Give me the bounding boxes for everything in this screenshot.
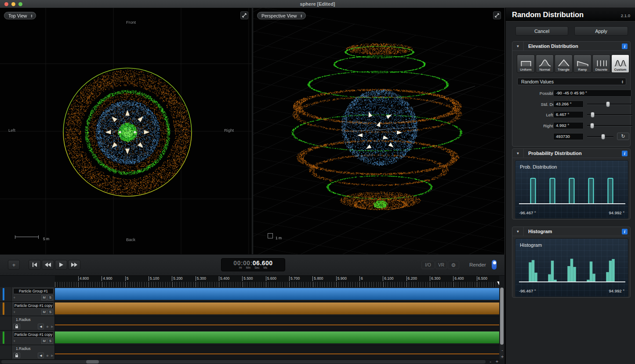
field-slider[interactable]: [587, 112, 632, 118]
track-name[interactable]: Particle Group #1 copy: [13, 303, 54, 309]
distribution-type-custom-button[interactable]: Custom: [611, 54, 629, 73]
fast-forward-button[interactable]: [68, 260, 80, 270]
expand-track-button[interactable]: +: [13, 339, 15, 344]
track-clip-bar[interactable]: [55, 288, 499, 300]
vertical-zoom-out-button[interactable]: -: [500, 348, 505, 353]
zoom-window-button[interactable]: [18, 2, 22, 6]
collapse-triangle-icon[interactable]: ▼: [512, 149, 524, 158]
panel-title: Random Distribution: [512, 11, 584, 19]
top-view-selector[interactable]: Top View ▲▼: [4, 12, 36, 19]
discrete-curve-icon: [595, 59, 608, 67]
field-slider[interactable]: [587, 101, 632, 107]
mute-button[interactable]: M: [41, 310, 47, 315]
playhead[interactable]: [497, 281, 499, 287]
io-button[interactable]: I/O: [421, 261, 435, 269]
field-input[interactable]: 493730: [553, 133, 584, 140]
distribution-type-uniform-button[interactable]: Uniform: [517, 54, 535, 73]
track-name[interactable]: Particle Group #1 copy: [13, 332, 54, 338]
distribution-type-discrete-button[interactable]: Discrete: [592, 54, 610, 73]
custom-curve-icon: [614, 59, 627, 67]
previous-keyframe-button[interactable]: ◀: [38, 324, 44, 329]
perspective-canvas[interactable]: [253, 8, 504, 254]
settings-button[interactable]: ⚙: [448, 261, 459, 269]
field-slider[interactable]: [587, 123, 632, 129]
horizontal-zoom-out-button[interactable]: -: [488, 359, 493, 364]
distribution-type-normal-button[interactable]: Normal: [536, 54, 554, 73]
info-icon[interactable]: i: [622, 151, 628, 156]
apply-button[interactable]: Apply: [574, 26, 628, 36]
collapse-triangle-icon[interactable]: ▼: [512, 227, 524, 236]
lock-button[interactable]: [13, 324, 20, 329]
rewind-button[interactable]: [42, 260, 54, 270]
horizontal-scrollbar[interactable]: [1, 360, 486, 364]
lock-button[interactable]: [13, 353, 20, 358]
solo-button[interactable]: S: [47, 339, 53, 344]
collapse-triangle-icon[interactable]: ▼: [512, 42, 524, 51]
parameter-curve[interactable]: [55, 353, 499, 354]
render-toggle[interactable]: [491, 259, 497, 270]
next-keyframe-button[interactable]: ▶: [49, 324, 55, 329]
field-input[interactable]: 6.467 °: [553, 111, 584, 118]
solo-button[interactable]: S: [47, 295, 53, 300]
slider-thumb[interactable]: [591, 112, 595, 118]
timeline-ruler[interactable]: 4.8004.90055.1005.2005.3005.4005.5005.60…: [55, 276, 499, 287]
info-icon[interactable]: i: [622, 43, 628, 49]
expand-track-button[interactable]: +: [13, 310, 15, 315]
track-header[interactable]: Particle Group #1+MS: [0, 287, 55, 302]
field-slider[interactable]: [587, 133, 613, 140]
solo-button[interactable]: S: [47, 310, 53, 315]
close-window-button[interactable]: [4, 2, 8, 6]
expand-viewport-button[interactable]: [240, 11, 248, 19]
refresh-seed-button[interactable]: ↻: [617, 133, 629, 140]
track-header[interactable]: 1.Radius◀◆▶: [0, 345, 55, 360]
horizontal-zoom-in-button[interactable]: +: [494, 359, 500, 364]
timeline-lane-curve[interactable]: [55, 316, 499, 331]
info-icon[interactable]: i: [622, 229, 628, 234]
mute-button[interactable]: M: [41, 295, 47, 300]
mute-button[interactable]: M: [41, 339, 47, 344]
play-button[interactable]: [55, 260, 67, 270]
timeline-lane-curve[interactable]: [55, 345, 499, 360]
add-button[interactable]: +: [8, 260, 20, 270]
cancel-button[interactable]: Cancel: [515, 26, 568, 36]
minimize-window-button[interactable]: [11, 2, 15, 6]
field-input[interactable]: 43.266 °: [553, 101, 584, 108]
horizontal-scrollbar-thumb[interactable]: [86, 360, 99, 364]
field-input[interactable]: -90 -45 0 45 90 °: [553, 90, 631, 97]
expand-viewport-button[interactable]: [493, 11, 501, 19]
timeline-lane-bar[interactable]: [55, 287, 499, 302]
perspective-view-selector[interactable]: Perspective View ▲▼: [257, 12, 306, 19]
track-name[interactable]: Particle Group #1: [13, 288, 54, 294]
slider-thumb[interactable]: [601, 134, 605, 140]
values-mode-dropdown[interactable]: Random Values ▲▼: [517, 78, 626, 85]
skip-to-start-button[interactable]: [29, 260, 41, 270]
vertical-scrollbar-thumb[interactable]: [500, 288, 504, 345]
vertical-zoom-in-button[interactable]: +: [500, 354, 505, 360]
section-header[interactable]: ▼ Histogram i: [512, 227, 630, 236]
top-view-canvas[interactable]: [0, 8, 252, 254]
section-header[interactable]: ▼ Probability Distribution i: [512, 149, 630, 158]
expand-track-button[interactable]: +: [13, 295, 15, 300]
time-display[interactable]: 00:00:06.600 HrMinSecMs: [221, 258, 285, 271]
track-clip-bar[interactable]: [55, 332, 499, 343]
slider-thumb[interactable]: [590, 123, 594, 129]
previous-keyframe-button[interactable]: ◀: [38, 353, 44, 358]
parameter-name[interactable]: 1.Radius: [16, 346, 31, 351]
timeline-lane-bar[interactable]: [55, 331, 499, 345]
track-header[interactable]: Particle Group #1 copy+MS: [0, 302, 55, 316]
slider-thumb[interactable]: [606, 101, 610, 107]
vr-button[interactable]: VR: [435, 261, 447, 269]
distribution-type-triangle-button[interactable]: Triangle: [555, 54, 573, 73]
distribution-type-ramp-button[interactable]: Ramp: [573, 54, 591, 73]
timeline-lane-bar[interactable]: [55, 302, 499, 316]
perspective-view-selector-value: Perspective View: [261, 13, 297, 18]
track-header[interactable]: 1.Radius◀◆▶: [0, 316, 55, 331]
track-header[interactable]: Particle Group #1 copy+MS: [0, 331, 55, 345]
current-time: 00:00:06.600: [221, 259, 285, 267]
field-input[interactable]: 4.992 °: [553, 122, 584, 129]
section-header[interactable]: ▼ Elevation Distribution i: [512, 42, 630, 51]
next-keyframe-button[interactable]: ▶: [49, 353, 55, 358]
track-clip-bar[interactable]: [55, 303, 499, 314]
parameter-curve[interactable]: [55, 324, 499, 325]
parameter-name[interactable]: 1.Radius: [16, 317, 31, 322]
